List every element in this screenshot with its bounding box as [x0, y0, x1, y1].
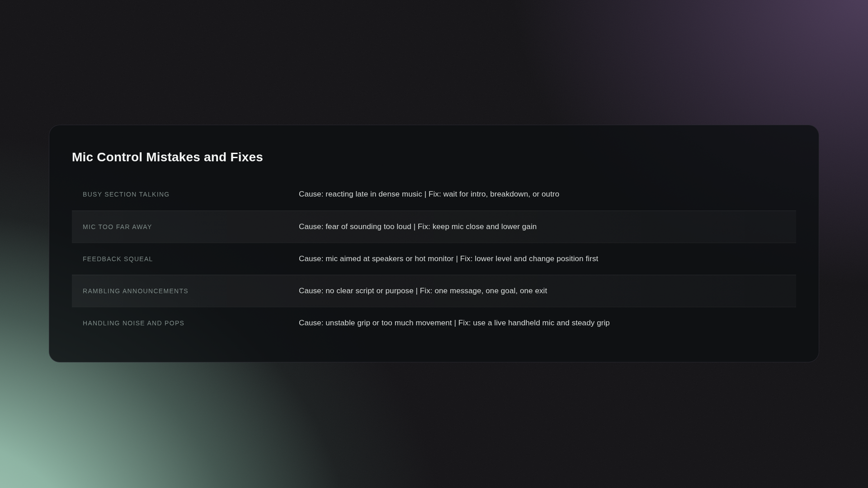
card-title: Mic Control Mistakes and Fixes: [72, 150, 796, 165]
cause-fix-text: Cause: fear of sounding too loud | Fix: …: [299, 222, 785, 231]
cause-fix-text: Cause: unstable grip or too much movemen…: [299, 319, 785, 328]
mic-control-card: Mic Control Mistakes and Fixes BUSY SECT…: [49, 125, 819, 362]
mistake-label: BUSY SECTION TALKING: [83, 191, 299, 198]
mistake-label: RAMBLING ANNOUNCEMENTS: [83, 287, 299, 295]
mistake-label: FEEDBACK SQUEAL: [83, 255, 299, 263]
table-row: BUSY SECTION TALKING Cause: reacting lat…: [72, 178, 796, 211]
mistake-label: MIC TOO FAR AWAY: [83, 223, 299, 230]
cause-fix-text: Cause: reacting late in dense music | Fi…: [299, 190, 785, 199]
table-row: RAMBLING ANNOUNCEMENTS Cause: no clear s…: [72, 275, 796, 307]
table-row: FEEDBACK SQUEAL Cause: mic aimed at spea…: [72, 243, 796, 275]
cause-fix-text: Cause: no clear script or purpose | Fix:…: [299, 286, 785, 296]
table-row: HANDLING NOISE AND POPS Cause: unstable …: [72, 307, 796, 339]
mistake-label: HANDLING NOISE AND POPS: [83, 319, 299, 327]
cause-fix-text: Cause: mic aimed at speakers or hot moni…: [299, 254, 785, 263]
table-row: MIC TOO FAR AWAY Cause: fear of sounding…: [72, 211, 796, 243]
mistakes-table: BUSY SECTION TALKING Cause: reacting lat…: [72, 178, 796, 339]
